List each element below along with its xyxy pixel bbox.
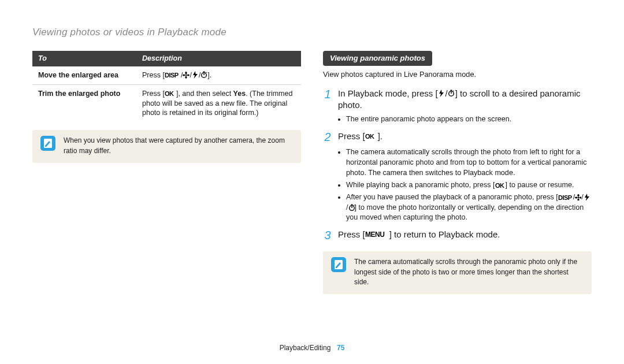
disp-icon (558, 194, 573, 200)
note-box-left: When you view photos that were captured … (32, 130, 301, 163)
step-1-sublist: The entire panoramic photo appears on th… (323, 114, 592, 125)
flash-icon (438, 90, 445, 98)
macro-icon (183, 72, 190, 79)
timer-icon (448, 90, 455, 98)
disp-icon (165, 72, 181, 79)
note-text: When you view photos that were captured … (64, 136, 293, 156)
two-column-layout: To Description Move the enlarged area Pr… (32, 51, 592, 294)
step-2-text: Press []. (338, 131, 382, 144)
ok-icon (165, 90, 176, 97)
step-1: 1 In Playback mode, press [/] to scroll … (323, 88, 592, 112)
steps-list: 1 In Playback mode, press [/] to scroll … (323, 88, 592, 243)
col-description: Description (136, 51, 301, 66)
step-number: 1 (323, 88, 332, 112)
flash-icon (192, 71, 199, 79)
step-number: 3 (323, 229, 332, 242)
footer-section: Playback/Editing (280, 344, 331, 352)
right-column: Viewing panoramic photos View photos cap… (323, 51, 592, 294)
section-intro: View photos captured in Live Panorama mo… (323, 69, 592, 79)
page: Viewing photos or videos in Playback mod… (0, 0, 624, 294)
ok-icon (365, 133, 378, 140)
flash-icon (584, 194, 590, 200)
footer-page-number: 75 (337, 344, 344, 352)
list-item: The entire panoramic photo appears on th… (346, 114, 592, 125)
macro-icon (575, 194, 581, 200)
note-icon (331, 257, 346, 272)
table-row: Move the enlarged area Press [///]. (32, 66, 301, 84)
page-footer: Playback/Editing 75 (0, 343, 624, 352)
col-to: To (32, 51, 136, 66)
ok-icon (495, 182, 506, 188)
note-text: The camera automatically scrolls through… (354, 257, 584, 287)
step-2: 2 Press []. (323, 131, 592, 144)
list-item: While playing back a panoramic photo, pr… (346, 180, 592, 191)
step-3: 3 Press [] to return to Playback mode. (323, 229, 592, 242)
step-2-sublist: The camera automatically scrolls through… (323, 147, 592, 223)
page-title: Viewing photos or videos in Playback mod… (32, 26, 592, 39)
menu-icon (365, 231, 389, 239)
list-item: After you have paused the playback of a … (346, 192, 592, 224)
row-trim-desc: Press [], and then select Yes. (The trim… (136, 84, 301, 122)
step-3-text: Press [] to return to Playback mode. (338, 229, 500, 242)
timer-icon (348, 204, 355, 211)
table-row: Trim the enlarged photo Press [], and th… (32, 84, 301, 122)
list-item: The camera automatically scrolls through… (346, 147, 592, 179)
row-move-desc: Press [///]. (136, 66, 301, 84)
section-heading-pill: Viewing panoramic photos (323, 51, 432, 66)
left-column: To Description Move the enlarged area Pr… (32, 51, 301, 294)
timer-icon (200, 71, 207, 79)
note-icon (40, 136, 55, 151)
step-number: 2 (323, 131, 332, 144)
row-move-label: Move the enlarged area (32, 66, 136, 84)
row-trim-label: Trim the enlarged photo (32, 84, 136, 122)
note-box-right: The camera automatically scrolls through… (323, 251, 592, 294)
step-1-text: In Playback mode, press [/] to scroll to… (338, 88, 592, 112)
actions-table: To Description Move the enlarged area Pr… (32, 51, 301, 122)
